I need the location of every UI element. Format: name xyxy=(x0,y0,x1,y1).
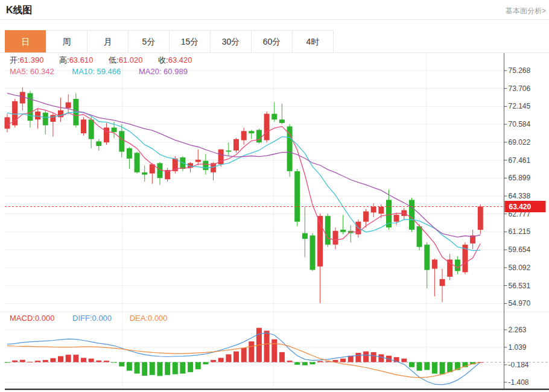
kline-page: K线图 基本面分析> 日 周 月 5分 15分 30分 60分 4时 75.26… xyxy=(0,0,549,392)
svg-text:69.022: 69.022 xyxy=(509,138,531,147)
svg-text:65.899: 65.899 xyxy=(509,174,531,182)
svg-text:72.145: 72.145 xyxy=(509,102,531,110)
svg-text:1.039: 1.039 xyxy=(509,343,527,352)
svg-text:56.531: 56.531 xyxy=(509,282,531,290)
svg-text:67.461: 67.461 xyxy=(509,156,531,165)
kline-chart-canvas[interactable]: 75.26873.70672.14570.58469.02267.46165.8… xyxy=(0,0,549,392)
svg-text:75.268: 75.268 xyxy=(509,66,531,75)
svg-text:61.215: 61.215 xyxy=(509,227,531,236)
svg-text:2.263: 2.263 xyxy=(509,326,527,334)
svg-text:64.338: 64.338 xyxy=(509,192,531,200)
svg-text:73.706: 73.706 xyxy=(509,84,531,93)
svg-text:-1.408: -1.408 xyxy=(509,378,529,387)
svg-text:63.420: 63.420 xyxy=(509,203,532,211)
svg-text:58.092: 58.092 xyxy=(509,264,531,272)
svg-text:54.970: 54.970 xyxy=(509,299,531,308)
svg-text:70.584: 70.584 xyxy=(509,120,531,128)
svg-text:59.654: 59.654 xyxy=(509,245,531,254)
